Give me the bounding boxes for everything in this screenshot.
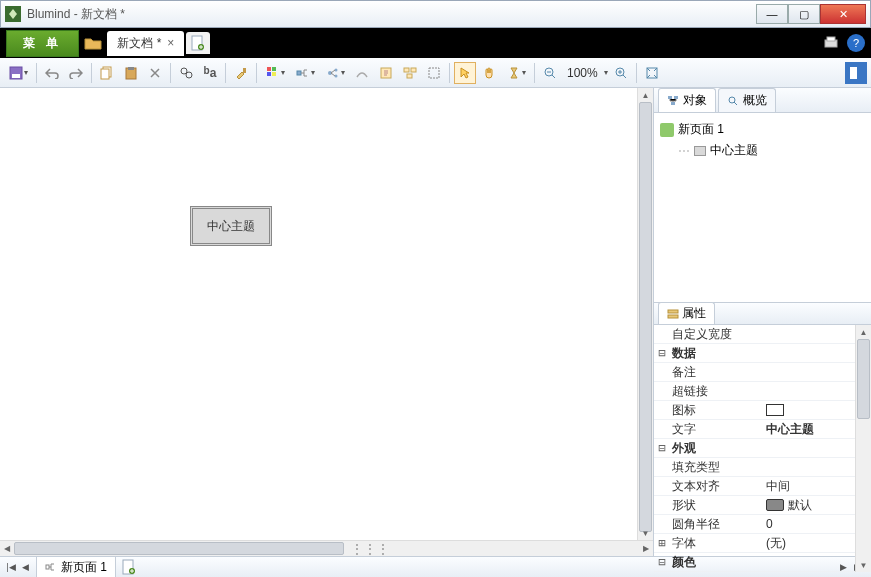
tab-overview[interactable]: 概览 xyxy=(718,88,776,112)
central-topic-node[interactable]: 中心主题 xyxy=(190,206,272,246)
next-page-button[interactable]: ▶ xyxy=(835,559,851,575)
prop-group-color[interactable]: ⊟颜色 xyxy=(654,553,855,572)
app-icon xyxy=(5,6,21,22)
svg-rect-9 xyxy=(128,67,134,70)
prop-group-data[interactable]: ⊟数据 xyxy=(654,344,855,363)
page-tab[interactable]: 新页面 1 xyxy=(36,556,116,578)
maximize-button[interactable]: ▢ xyxy=(788,4,820,24)
zoom-in-button[interactable] xyxy=(610,62,632,84)
fit-screen-button[interactable] xyxy=(641,62,663,84)
tree-node-label: 中心主题 xyxy=(710,142,758,159)
scroll-up-icon[interactable]: ▲ xyxy=(856,325,871,339)
properties-panel: 属性 自定义宽度 ⊟数据 备注 超链接 图标 文字中心主题 ⊟外观 填充类型 文… xyxy=(654,303,871,572)
close-tab-icon[interactable]: × xyxy=(167,36,174,50)
tree-icon xyxy=(667,95,679,107)
format-brush-button[interactable] xyxy=(230,62,252,84)
print-icon[interactable] xyxy=(823,36,839,50)
node-icon xyxy=(694,146,706,156)
svg-rect-17 xyxy=(297,71,301,75)
undo-button[interactable] xyxy=(41,62,63,84)
document-tab-label: 新文档 * xyxy=(117,35,161,52)
find-button[interactable] xyxy=(175,62,197,84)
properties-grid[interactable]: 自定义宽度 ⊟数据 备注 超链接 图标 文字中心主题 ⊟外观 填充类型 文本对齐… xyxy=(654,325,855,572)
main-menu-button[interactable]: 菜 单 xyxy=(6,30,79,57)
prop-font[interactable]: ⊞字体(无) xyxy=(654,534,855,553)
scroll-thumb-h[interactable] xyxy=(14,542,344,555)
prop-fill-type[interactable]: 填充类型 xyxy=(654,458,855,477)
svg-rect-23 xyxy=(411,68,416,72)
prop-remark[interactable]: 备注 xyxy=(654,363,855,382)
save-button[interactable] xyxy=(4,62,32,84)
scroll-left-icon[interactable]: ◀ xyxy=(0,541,14,556)
panel-toggle-button[interactable] xyxy=(845,62,867,84)
scroll-right-icon[interactable]: ▶ xyxy=(639,541,653,556)
pointer-tool[interactable] xyxy=(454,62,476,84)
vertical-scrollbar[interactable]: ▲ ▼ xyxy=(637,88,653,540)
scroll-thumb[interactable] xyxy=(857,339,870,419)
scroll-thumb[interactable] xyxy=(639,102,652,532)
workspace: 中心主题 ▲ ▼ ◀ ⋮⋮⋮ ▶ 对象 概览 xyxy=(0,88,871,556)
cut-button[interactable] xyxy=(144,62,166,84)
redo-button[interactable] xyxy=(65,62,87,84)
properties-icon xyxy=(667,308,679,320)
scroll-down-icon[interactable]: ▼ xyxy=(638,526,653,540)
shape-swatch xyxy=(766,499,784,511)
svg-rect-12 xyxy=(243,68,246,73)
timer-tool[interactable] xyxy=(502,62,530,84)
prev-page-button[interactable]: ◀ xyxy=(18,559,32,575)
zoom-level[interactable]: 100% xyxy=(563,66,602,80)
properties-scrollbar[interactable]: ▲ ▼ xyxy=(855,325,871,572)
prop-shape[interactable]: 形状默认 xyxy=(654,496,855,515)
prop-corner[interactable]: 圆角半径0 xyxy=(654,515,855,534)
side-panel: 对象 概览 新页面 1 ⋯ 中心主题 属性 xyxy=(653,88,871,556)
canvas[interactable]: 中心主题 xyxy=(0,88,637,540)
svg-rect-31 xyxy=(668,96,672,99)
scroll-up-icon[interactable]: ▲ xyxy=(638,88,653,102)
hand-tool[interactable] xyxy=(478,62,500,84)
svg-rect-14 xyxy=(272,67,276,71)
multi-node-button[interactable] xyxy=(399,62,421,84)
add-node-button[interactable] xyxy=(321,62,349,84)
help-icon[interactable]: ? xyxy=(847,34,865,52)
canvas-area: 中心主题 ▲ ▼ ◀ ⋮⋮⋮ ▶ xyxy=(0,88,653,556)
document-tab[interactable]: 新文档 * × xyxy=(107,31,184,56)
zoom-out-button[interactable] xyxy=(539,62,561,84)
svg-rect-22 xyxy=(404,68,409,72)
svg-rect-25 xyxy=(429,68,439,78)
tree-page-row[interactable]: 新页面 1 xyxy=(660,119,865,140)
first-page-button[interactable]: |◀ xyxy=(4,559,18,575)
paste-button[interactable] xyxy=(120,62,142,84)
icon-swatch[interactable] xyxy=(766,404,784,416)
svg-rect-32 xyxy=(674,96,678,99)
prop-hyperlink[interactable]: 超链接 xyxy=(654,382,855,401)
open-folder-icon[interactable] xyxy=(81,33,105,53)
tab-object[interactable]: 对象 xyxy=(658,88,716,112)
close-button[interactable]: ✕ xyxy=(820,4,866,24)
scroll-grip[interactable]: ⋮⋮⋮ xyxy=(360,544,380,553)
new-document-tab[interactable] xyxy=(186,32,210,54)
scroll-down-icon[interactable]: ▼ xyxy=(856,558,871,572)
horizontal-scrollbar[interactable]: ◀ ⋮⋮⋮ ▶ xyxy=(0,540,653,556)
link-button[interactable] xyxy=(351,62,373,84)
new-page-button[interactable] xyxy=(120,558,138,576)
prop-text-align[interactable]: 文本对齐中间 xyxy=(654,477,855,496)
color-palette-button[interactable] xyxy=(261,62,289,84)
prop-text[interactable]: 文字中心主题 xyxy=(654,420,855,439)
tab-properties[interactable]: 属性 xyxy=(658,302,715,324)
tree-connector-icon: ⋯ xyxy=(678,144,690,158)
copy-button[interactable] xyxy=(96,62,118,84)
page-icon xyxy=(660,123,674,137)
minimize-button[interactable]: — xyxy=(756,4,788,24)
edit-node-button[interactable] xyxy=(375,62,397,84)
layout-button[interactable] xyxy=(291,62,319,84)
svg-rect-24 xyxy=(407,74,412,78)
tree-node-row[interactable]: ⋯ 中心主题 xyxy=(660,140,865,161)
prop-custom-width[interactable]: 自定义宽度 xyxy=(654,325,855,344)
svg-rect-30 xyxy=(857,67,862,79)
svg-rect-16 xyxy=(272,72,276,76)
prop-icon[interactable]: 图标 xyxy=(654,401,855,420)
replace-button[interactable]: ba xyxy=(199,62,221,84)
object-tree[interactable]: 新页面 1 ⋯ 中心主题 xyxy=(654,113,871,303)
prop-group-appearance[interactable]: ⊟外观 xyxy=(654,439,855,458)
border-button[interactable] xyxy=(423,62,445,84)
